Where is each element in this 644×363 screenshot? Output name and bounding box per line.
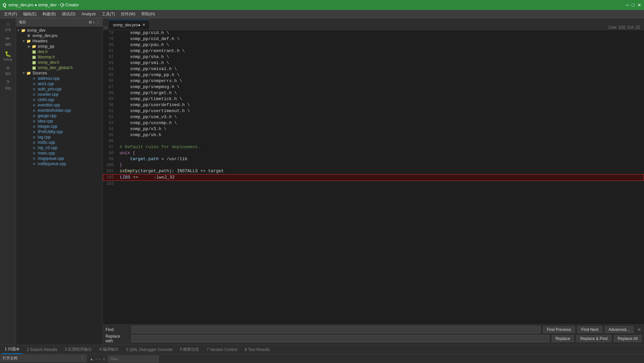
line-number: 83 — [103, 60, 117, 66]
code-line-100: 100 } — [103, 162, 644, 168]
open-files-menu[interactable]: ⋮ — [80, 356, 84, 360]
tree-item-msec_cpp[interactable]: ≡ msec.cpp — [16, 150, 103, 156]
bottom-tab-search[interactable]: 2 Search Results — [23, 346, 60, 353]
tree-item-asn1_cpp[interactable]: ≡ asn1.cpp — [16, 81, 103, 86]
find-close-btn[interactable]: ✕ — [637, 327, 641, 332]
tree-item-IPv6Utility_cpp[interactable]: ≡ IPv6Utility.cpp — [16, 129, 103, 134]
main-layout: ⌂欢迎✏编辑🐛Debug≡项目?帮助 项目 ⊟ ↕ ⋮ ▼ 📁 snmp_dev… — [0, 18, 644, 345]
tree-item-des_h[interactable]: H des.h — [16, 49, 103, 54]
tree-item-snmp_dev_h[interactable]: H snmp_dev.h — [16, 60, 103, 65]
tree-item-eventlist_cpp[interactable]: ≡ eventlist.cpp — [16, 102, 103, 108]
tree-label: integer.cpp — [38, 124, 57, 129]
tree-item-auth_priv_cpp[interactable]: ≡ auth_priv.cpp — [16, 86, 103, 92]
find-next-btn[interactable]: Find Next — [578, 326, 602, 333]
line-number: 80 — [103, 42, 117, 48]
bottom-tab-summary[interactable]: 6 概要信息 — [176, 345, 202, 354]
line-number: 78 — [103, 30, 117, 36]
problems-panel: ▲ ‹ › ⚠ ● undefined reference to 'des_ke… — [87, 354, 644, 363]
code-line-97: 97 # Default rules for deployment. — [103, 144, 644, 150]
menu-item-t[interactable]: 工具(T) — [99, 11, 118, 18]
app-title: snmp_dev.pro ● snmp_dev - Qt Creator — [8, 3, 79, 7]
prob-filter-input[interactable] — [108, 356, 159, 362]
bottom-tab-app-output[interactable]: 3 应用程序输出 — [61, 345, 95, 354]
replace-all-btn[interactable]: Replace All — [614, 335, 641, 342]
tree-arrow: ▼ — [16, 29, 21, 32]
find-input[interactable] — [132, 326, 540, 333]
tree-icon: ≡ — [31, 140, 37, 144]
bottom-tab-problems[interactable]: 1 问题⊗ — [1, 345, 23, 354]
prob-nav-up[interactable]: ▲ — [90, 357, 94, 361]
sidebar-filter-btn[interactable]: ⊟ — [89, 20, 92, 24]
advanced-btn[interactable]: Advanced... — [605, 326, 633, 333]
code-line-102: 102 LIBS += -lws2_32 — [103, 174, 644, 181]
replace-btn[interactable]: Replace — [552, 335, 574, 342]
menu-item-w[interactable]: 控件(W) — [118, 11, 138, 18]
tree-item-headers[interactable]: ▼ 📁 Headers — [16, 38, 103, 44]
code-editor[interactable]: 78 snmp_pp/oid.h \ 79 snmp_pp/oid_def.h … — [103, 30, 644, 324]
menu-item-h[interactable]: 帮助(H) — [139, 11, 158, 18]
tab-close-btn[interactable]: ✕ — [142, 23, 145, 27]
menu-item-analyze[interactable]: Analyze — [79, 11, 99, 17]
menu-item-d[interactable]: 调试(D) — [59, 11, 78, 18]
menu-item-e[interactable]: 编辑(E) — [20, 11, 39, 18]
tree-item-root[interactable]: ▼ 📁 snmp_dev — [16, 28, 103, 33]
bottom-tab-vcs[interactable]: 7 Version Control — [203, 346, 240, 353]
line-number: 96 — [103, 138, 117, 144]
bottom-tab-tests[interactable]: 8 Test Results — [241, 346, 273, 353]
code-line-99: 99 target.path = /usr/lib — [103, 156, 644, 162]
tree-item-integer_cpp[interactable]: ≡ integer.cpp — [16, 124, 103, 129]
maximize-button[interactable]: □ — [632, 2, 635, 8]
tree-item-md5c_cpp[interactable]: ≡ md5c.cpp — [16, 140, 103, 145]
replace-find-btn[interactable]: Replace & Find — [577, 335, 611, 342]
tree-item-snmp_dev_global_h[interactable]: H snmp_dev_global.h — [16, 65, 103, 70]
replace-label: Replace with: — [106, 334, 129, 343]
tree-item-libsnmp_h[interactable]: H libsnmp.h — [16, 54, 103, 60]
replace-input[interactable] — [132, 335, 549, 342]
menu-item-f[interactable]: 文件(F) — [1, 11, 20, 18]
menu-item-b[interactable]: 构建(B) — [40, 11, 58, 18]
tree-item-msgqueue_cpp[interactable]: ≡ msgqueue.cpp — [16, 156, 103, 161]
iconbar-help[interactable]: ?帮助 — [1, 78, 15, 92]
iconbar-project[interactable]: ≡项目 — [1, 64, 15, 77]
sidebar-header-controls: ⊟ ↕ ⋮ — [89, 20, 100, 24]
title-controls: ─ □ ✕ — [626, 2, 641, 8]
iconbar-debug[interactable]: 🐛Debug — [1, 49, 15, 62]
sidebar-collapse-btn[interactable]: ↕ — [93, 20, 95, 24]
find-prev-btn[interactable]: Find Previous — [543, 326, 575, 333]
tree-arrow: ▼ — [21, 39, 26, 43]
tree-item-notifyqueue_cpp[interactable]: ≡ notifyqueue.cpp — [16, 161, 103, 166]
bottom-tab-compile[interactable]: 4 编译输出 — [96, 345, 122, 354]
minimize-button[interactable]: ─ — [626, 2, 629, 8]
close-button[interactable]: ✕ — [637, 2, 641, 8]
tab-nav-right[interactable]: › — [106, 25, 108, 30]
tree-label: msec.cpp — [38, 151, 55, 155]
sidebar-menu-btn[interactable]: ⋮ — [96, 20, 100, 24]
line-content: snmp_pp/snmperrs.h \ — [117, 78, 644, 84]
tree-item-mp_v3_cpp[interactable]: ≡ mp_v3.cpp — [16, 145, 103, 150]
prob-nav-prev[interactable]: ‹ — [96, 357, 97, 361]
tree-item-idea_cpp[interactable]: ≡ idea.cpp — [16, 118, 103, 124]
tree-item-eventlistholder_cpp[interactable]: ≡ eventlistholder.cpp — [16, 108, 103, 113]
tree-icon: ≡ — [31, 108, 37, 112]
editor-tab-snmp-dev-pro[interactable]: snmp_dev.pro● ✕ — [109, 20, 150, 30]
tree-item-snmp_pp_dir[interactable]: ▶ 📁 snmp_pp — [16, 44, 103, 49]
tree-item-gauge_cpp[interactable]: ≡ gauge.cpp — [16, 113, 103, 118]
tree-label: snmp_dev_global.h — [38, 65, 72, 70]
iconbar-welcome[interactable]: ⌂欢迎 — [1, 20, 15, 33]
tree-item-log_cpp[interactable]: ≡ log.cpp — [16, 134, 103, 140]
line-number: 81 — [103, 48, 117, 54]
tab-nav-left[interactable]: ‹ — [104, 25, 106, 30]
tree-label: eventlist.cpp — [38, 103, 60, 107]
tree-item-counter_cpp[interactable]: ≡ counter.cpp — [16, 92, 103, 97]
code-line-84: 84 snmp_pp/smival.h \ — [103, 66, 644, 72]
prob-nav-next[interactable]: › — [99, 357, 100, 361]
tree-item-sources[interactable]: ▼ 📁 Sources — [16, 70, 103, 76]
tree-item-pro[interactable]: ⚙ snmp_dev.pro — [16, 33, 103, 38]
line-number: 85 — [103, 72, 117, 78]
iconbar-edit[interactable]: ✏编辑 — [1, 34, 15, 48]
menu-bar: 文件(F)编辑(E)构建(B)调试(D)Analyze工具(T)控件(W)帮助(… — [0, 10, 644, 18]
line-number: 93 — [103, 120, 117, 126]
bottom-tab-qml[interactable]: 5 QML Debugger Console — [123, 346, 176, 353]
tree-item-ctr64_cpp[interactable]: ≡ ctr64.cpp — [16, 97, 103, 102]
tree-item-address_cpp[interactable]: ≡ address.cpp — [16, 76, 103, 81]
